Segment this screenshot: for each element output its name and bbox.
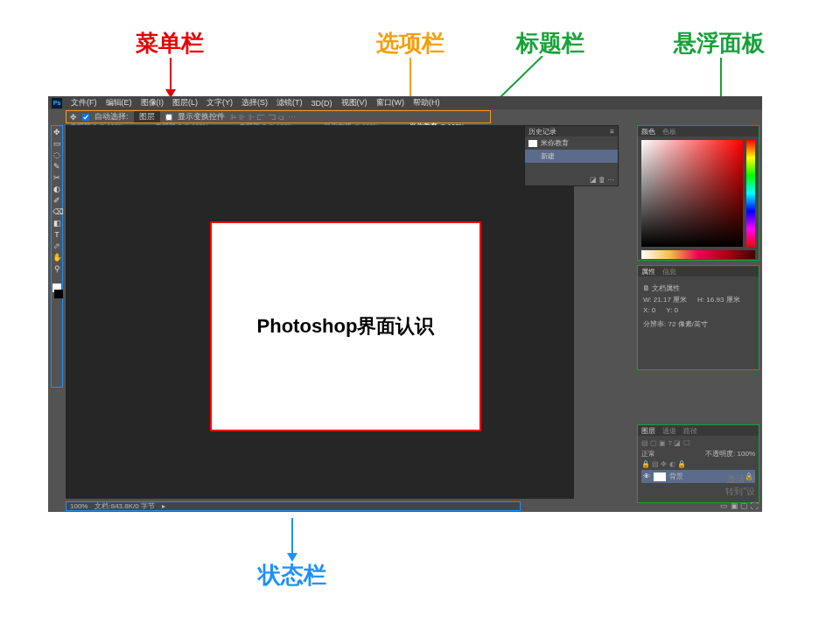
- tool-eyedropper[interactable]: ◐: [52, 185, 61, 193]
- status-bar: 100% 文档:843.8K/0 字节 ▸: [66, 501, 521, 511]
- move-tool-icon: ✥: [70, 113, 77, 122]
- right-panels: 颜色色板 属性信息 🗎 文档属性 W: 21.17 厘米H: 16.93 厘米 …: [637, 125, 760, 509]
- document-canvas[interactable]: Photoshop界面认识: [210, 221, 481, 431]
- zoom-level[interactable]: 100%: [70, 502, 88, 510]
- menu-item[interactable]: 3D(D): [312, 99, 332, 108]
- visibility-icon[interactable]: 👁: [643, 472, 650, 480]
- history-title: 历史记录: [528, 127, 556, 136]
- annotation-options: 选项栏: [376, 28, 444, 59]
- tool-path[interactable]: ⬀: [52, 242, 61, 250]
- tool-zoom[interactable]: ⚲: [52, 264, 61, 273]
- menu-item[interactable]: 图像(I): [141, 97, 164, 108]
- tool-marquee[interactable]: ▭: [52, 139, 61, 148]
- canvas-area: Photoshop界面认识: [66, 125, 574, 499]
- show-transform-label: 显示变换控件: [178, 111, 225, 122]
- props-tab[interactable]: 属性: [641, 267, 655, 276]
- doc-props-title: 🗎 文档属性: [643, 284, 753, 293]
- bottom-bar-icons[interactable]: ▭ ▣ ▢ ⛶: [720, 501, 759, 510]
- doc-size[interactable]: 文档:843.8K/0 字节: [94, 501, 154, 511]
- canvas-text: Photoshop界面认识: [257, 313, 435, 340]
- layers-tab[interactable]: 图层: [641, 426, 655, 436]
- status-arrow-icon[interactable]: ▸: [162, 502, 165, 510]
- menu-item[interactable]: 编辑(E): [106, 97, 132, 108]
- color-tab[interactable]: 颜色: [641, 127, 655, 136]
- tool-type[interactable]: T: [52, 230, 61, 239]
- history-doc: 米你教育: [541, 138, 569, 148]
- menu-item[interactable]: 窗口(W): [376, 97, 405, 108]
- tool-pencil[interactable]: ✐: [52, 196, 61, 205]
- ps-logo: Ps: [52, 98, 62, 108]
- prop-y: Y: 0: [666, 306, 678, 314]
- watermark: 激活 W 转到"设: [725, 473, 755, 498]
- tool-crop[interactable]: ✂: [52, 173, 61, 182]
- color-picker[interactable]: [641, 140, 743, 247]
- panel-menu-icon[interactable]: ≡: [610, 128, 614, 136]
- paths-tab[interactable]: 路径: [683, 426, 697, 436]
- hue-slider[interactable]: [746, 140, 755, 247]
- tool-gradient[interactable]: ◧: [52, 219, 61, 228]
- color-spectrum[interactable]: [641, 250, 755, 259]
- prop-h: H: 16.93 厘米: [697, 295, 739, 304]
- show-transform-checkbox[interactable]: [165, 114, 172, 121]
- layer-dropdown[interactable]: 图层: [134, 111, 160, 122]
- properties-panel[interactable]: 属性信息 🗎 文档属性 W: 21.17 厘米H: 16.93 厘米 X: 0Y…: [637, 265, 760, 370]
- align-icons[interactable]: ⊫ ⊪ ⊩ ⫍ ⫎ ⫏ ⋯: [230, 113, 296, 122]
- swatches-tab[interactable]: 色板: [662, 127, 676, 136]
- color-panel[interactable]: 颜色色板: [637, 125, 760, 261]
- opacity[interactable]: 不透明度: 100%: [705, 449, 755, 458]
- blend-mode[interactable]: 正常: [641, 449, 655, 458]
- prop-w: W: 21.17 厘米: [643, 295, 687, 304]
- auto-select-checkbox[interactable]: [82, 114, 89, 121]
- prop-x: X: 0: [643, 306, 655, 314]
- menu-bar: Ps 文件(F) 编辑(E) 图像(I) 图层(L) 文字(Y) 选择(S) 滤…: [48, 96, 762, 109]
- channels-tab[interactable]: 通道: [662, 426, 676, 436]
- tool-brush[interactable]: ✎: [52, 162, 61, 171]
- arrow-menubar: [170, 58, 172, 91]
- tool-move[interactable]: ✥: [52, 128, 61, 136]
- history-icons[interactable]: ◪ 🗑 ⋯: [590, 176, 614, 184]
- menu-item[interactable]: 帮助(H): [413, 97, 440, 108]
- menu-item[interactable]: 视图(V): [341, 97, 368, 108]
- prop-res: 分辨率: 72 像素/英寸: [643, 319, 753, 329]
- menu-item[interactable]: 文字(Y): [206, 97, 233, 108]
- history-step: 新建: [541, 151, 555, 161]
- tool-eraser[interactable]: ⌫: [52, 207, 61, 216]
- arrow-options: [410, 58, 411, 102]
- background-color[interactable]: [54, 290, 63, 298]
- history-step-row[interactable]: 新建: [525, 150, 618, 163]
- annotation-statusbar: 状态栏: [258, 560, 326, 591]
- layer-thumb: [654, 472, 666, 481]
- annotation-titlebar: 标题栏: [516, 28, 584, 59]
- photoshop-window: Ps 文件(F) 编辑(E) 图像(I) 图层(L) 文字(Y) 选择(S) 滤…: [48, 96, 762, 512]
- layer-name: 背景: [669, 472, 683, 481]
- annotation-menubar: 菜单栏: [136, 28, 204, 59]
- tool-hand[interactable]: ✋: [52, 253, 61, 262]
- annotation-floating: 悬浮面板: [674, 28, 765, 59]
- thumb-icon: [528, 140, 537, 147]
- menu-item[interactable]: 图层(L): [172, 97, 198, 108]
- history-panel[interactable]: 历史记录≡ 米你教育 新建 ◪ 🗑 ⋯: [524, 125, 619, 186]
- info-tab[interactable]: 信息: [662, 267, 676, 276]
- menu-item[interactable]: 文件(F): [71, 97, 97, 108]
- menu-item[interactable]: 选择(S): [242, 97, 268, 108]
- history-doc-row[interactable]: 米你教育: [525, 136, 618, 150]
- arrow-statusbar: [291, 518, 293, 555]
- tool-lasso[interactable]: ◌: [52, 150, 61, 159]
- menu-item[interactable]: 滤镜(T): [276, 97, 303, 108]
- auto-select-label: 自动选择:: [94, 111, 129, 122]
- tools-panel: ✥ ▭ ◌ ✎ ✂ ◐ ✐ ⌫ ◧ T ⬀ ✋ ⚲: [51, 125, 63, 388]
